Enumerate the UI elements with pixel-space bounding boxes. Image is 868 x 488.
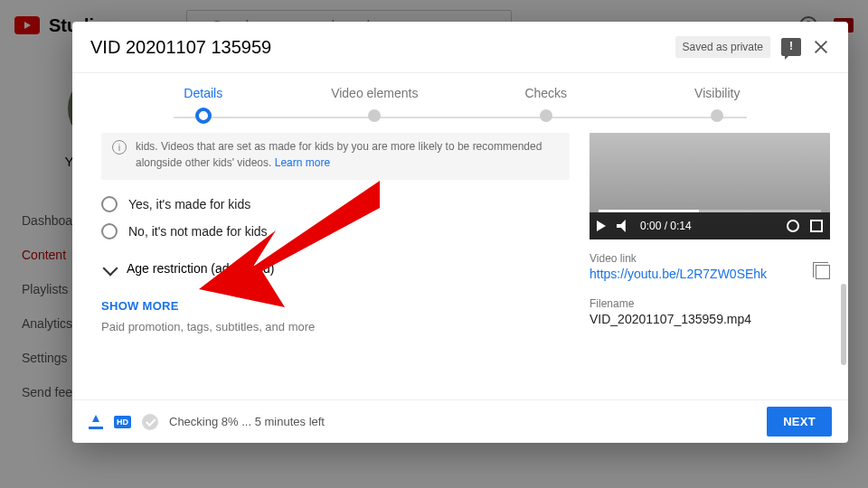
player-controls: 0:00 / 0:14 — [590, 212, 830, 239]
video-link-value[interactable]: https://youtu.be/L2R7ZW0SEhk — [590, 267, 830, 281]
dialog-header: VID 20201107 135959 Saved as private ! — [72, 22, 848, 73]
gear-icon[interactable] — [787, 220, 799, 232]
dialog-body: i kids. Videos that are set as made for … — [72, 124, 848, 399]
dialog-title: VID 20201107 135959 — [90, 37, 665, 58]
play-icon[interactable] — [597, 221, 606, 231]
radio-label: Yes, it's made for kids — [128, 197, 250, 211]
dialog-scrollbar[interactable] — [841, 157, 846, 398]
preview-column: 0:00 / 0:14 Video link https://youtu.be/… — [590, 133, 830, 399]
upload-status-text: Checking 8% ... 5 minutes left — [169, 415, 325, 428]
filename-value: VID_20201107_135959.mp4 — [590, 312, 830, 326]
close-icon[interactable] — [812, 38, 830, 56]
age-restriction-label: Age restriction (advanced) — [127, 261, 274, 276]
age-restriction-toggle[interactable]: Age restriction (advanced) — [101, 261, 570, 276]
radio-label: No, it's not made for kids — [128, 224, 268, 239]
radio-icon — [101, 223, 118, 239]
video-link-label: Video link — [590, 252, 830, 265]
filename-label: Filename — [590, 297, 830, 310]
radio-icon — [101, 196, 118, 212]
upload-dialog: VID 20201107 135959 Saved as private ! D… — [72, 22, 848, 443]
learn-more-link[interactable]: Learn more — [275, 156, 330, 169]
step-dot-icon — [711, 109, 723, 122]
feedback-icon[interactable]: ! — [781, 38, 801, 56]
stepper-track — [174, 117, 748, 118]
copy-link-icon[interactable] — [816, 265, 830, 279]
radio-made-for-kids-yes[interactable]: Yes, it's made for kids — [101, 196, 570, 212]
step-dot-icon — [540, 109, 552, 122]
check-circle-icon — [142, 414, 158, 430]
info-icon: i — [112, 140, 127, 155]
video-preview-player[interactable]: 0:00 / 0:14 — [590, 133, 830, 239]
kids-info-note: i kids. Videos that are set as made for … — [101, 133, 570, 180]
chevron-down-icon — [103, 261, 118, 277]
details-column: i kids. Videos that are set as made for … — [101, 133, 570, 399]
fullscreen-icon[interactable] — [810, 220, 823, 232]
show-more-button[interactable]: SHOW MORE — [101, 299, 570, 313]
next-button[interactable]: NEXT — [767, 407, 832, 436]
player-time: 0:00 / 0:14 — [640, 220, 692, 232]
dialog-footer: HD Checking 8% ... 5 minutes left NEXT — [72, 399, 848, 443]
upload-icon — [89, 415, 103, 429]
radio-made-for-kids-no[interactable]: No, it's not made for kids — [101, 223, 570, 239]
step-dot-icon — [368, 109, 381, 122]
volume-icon[interactable] — [617, 220, 629, 232]
show-more-description: Paid promotion, tags, subtitles, and mor… — [101, 320, 570, 333]
step-dot-icon — [195, 108, 212, 124]
kids-info-text: kids. Videos that are set as made for ki… — [136, 140, 542, 169]
hd-badge: HD — [114, 416, 131, 428]
save-status-chip: Saved as private — [675, 36, 770, 58]
